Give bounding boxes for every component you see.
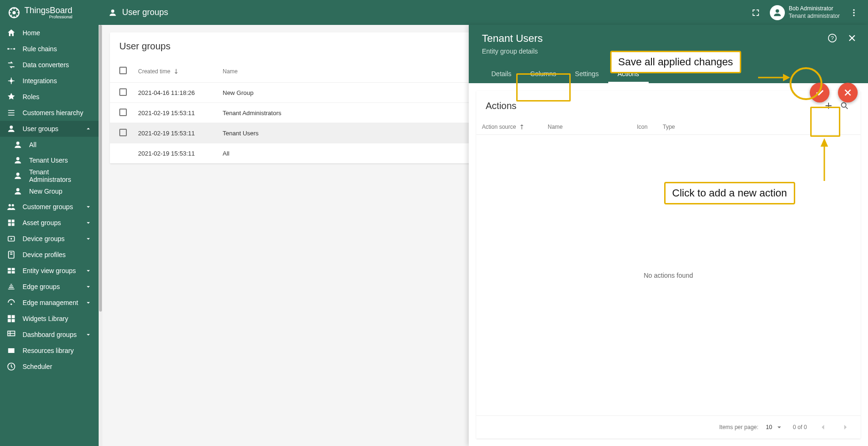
tab-details[interactable]: Details — [482, 64, 521, 83]
sidebar-subitem-tenant-administrators[interactable]: Tenant Administrators — [0, 168, 99, 183]
sidebar-item-label: User groups — [23, 125, 58, 133]
logo[interactable]: ThingsBoard Professional — [8, 6, 99, 19]
sidebar-item-label: Tenant Users — [29, 156, 68, 164]
actions-col-source[interactable]: Action source — [482, 124, 516, 130]
chevron-down-icon — [85, 267, 92, 274]
row-checkbox[interactable] — [119, 109, 127, 116]
usergroups-icon — [108, 8, 117, 17]
svg-point-13 — [16, 172, 20, 176]
fullscreen-button[interactable] — [749, 6, 762, 19]
sidebar-item-label: Asset groups — [23, 219, 61, 227]
sidebar-item-dashboard-groups[interactable]: Dashboard groups — [0, 327, 99, 343]
sidebar-item-customer-groups[interactable]: Customer groups — [0, 199, 99, 215]
chevron-down-icon — [85, 203, 92, 211]
roles-icon — [7, 92, 16, 102]
col-created[interactable]: Created time — [138, 68, 170, 75]
svg-rect-9 — [10, 80, 13, 82]
sidebar-item-label: Edge management — [23, 299, 78, 306]
chevron-up-icon — [85, 125, 92, 133]
sidebar-item-widgets-library[interactable]: Widgets Library — [0, 311, 99, 327]
actions-col-icon[interactable]: Icon — [637, 124, 648, 130]
page-title-wrap: User groups — [108, 8, 168, 17]
svg-point-8 — [14, 48, 15, 49]
svg-point-1 — [13, 11, 16, 14]
kebab-menu[interactable] — [847, 6, 860, 19]
sidebar-item-asset-groups[interactable]: Asset groups — [0, 215, 99, 231]
sidebar-item-label: Resources library — [23, 347, 74, 354]
svg-point-14 — [16, 188, 20, 191]
close-icon — [847, 33, 857, 43]
svg-point-11 — [16, 141, 20, 145]
save-fab[interactable] — [810, 83, 829, 102]
sidebar-item-device-groups[interactable]: Device groups — [0, 231, 99, 247]
customergroups-icon — [7, 202, 16, 211]
svg-point-28 — [10, 304, 12, 305]
sidebar-subitem-new-group[interactable]: New Group — [0, 183, 99, 199]
sidebar-item-entity-view-groups[interactable]: Entity view groups — [0, 263, 99, 279]
svg-rect-25 — [12, 268, 15, 270]
sidebar-item-label: Integrations — [23, 77, 57, 85]
sidebar: HomeRule chainsData convertersIntegratio… — [0, 25, 99, 446]
chevron-down-icon — [85, 283, 92, 290]
sidebar-item-label: Customer groups — [23, 203, 73, 211]
next-page-button[interactable] — [839, 421, 852, 434]
sidebar-item-user-groups[interactable]: User groups — [0, 121, 99, 137]
prev-page-button[interactable] — [816, 421, 829, 434]
row-created: 2021-04-16 11:18:26 — [138, 89, 223, 96]
sidebar-item-resources-library[interactable]: Resources library — [0, 343, 99, 359]
svg-point-4 — [853, 9, 854, 10]
row-checkbox[interactable] — [119, 129, 127, 136]
sidebar-item-label: Customers hierarchy — [23, 109, 83, 117]
close-panel-button[interactable] — [845, 31, 859, 45]
sidebar-subitem-tenant-users[interactable]: Tenant Users — [0, 152, 99, 168]
svg-point-37 — [841, 102, 846, 107]
fullscreen-icon — [751, 8, 760, 17]
sidebar-item-device-profiles[interactable]: Device profiles — [0, 247, 99, 263]
edgemgmt-icon — [7, 298, 16, 307]
sidebar-item-edge-management[interactable]: Edge management — [0, 295, 99, 311]
cancel-fab[interactable] — [838, 83, 858, 102]
svg-rect-31 — [8, 319, 11, 322]
svg-rect-24 — [8, 268, 11, 270]
sidebar-scrollbar[interactable] — [99, 25, 102, 446]
check-icon — [814, 87, 825, 98]
items-per-page-value[interactable]: 10 — [766, 424, 772, 430]
sidebar-item-rule-chains[interactable]: Rule chains — [0, 41, 99, 57]
dropdown-icon[interactable] — [775, 423, 783, 431]
user-menu[interactable]: Bob Administrator Tenant administrator — [770, 5, 840, 20]
row-checkbox[interactable] — [119, 88, 127, 96]
actions-table-header: Action source Name Icon Type — [476, 119, 860, 135]
sidebar-item-edge-groups[interactable]: Edge groups — [0, 279, 99, 295]
sidebar-item-home[interactable]: Home — [0, 25, 99, 41]
sidebar-item-label: Dashboard groups — [23, 331, 77, 338]
actions-title: Actions — [486, 101, 822, 111]
checkbox-all[interactable] — [119, 67, 127, 74]
user-name: Bob Administrator — [789, 5, 840, 13]
person-icon — [13, 156, 23, 165]
col-name[interactable]: Name — [223, 68, 238, 75]
avatar — [770, 5, 785, 20]
entityview-icon — [7, 266, 16, 275]
sidebar-item-label: Widgets Library — [23, 315, 68, 322]
sidebar-item-integrations[interactable]: Integrations — [0, 73, 99, 89]
help-button[interactable]: ? — [826, 31, 839, 45]
sidebar-item-customers-hierarchy[interactable]: Customers hierarchy — [0, 105, 99, 121]
sidebar-item-scheduler[interactable]: Scheduler — [0, 359, 99, 375]
actions-col-name[interactable]: Name — [548, 124, 563, 130]
actions-col-type[interactable]: Type — [663, 124, 675, 130]
person-icon — [13, 171, 23, 180]
sidebar-item-data-converters[interactable]: Data converters — [0, 57, 99, 73]
pagination-range: 0 of 0 — [793, 424, 807, 430]
sort-down-icon — [172, 68, 180, 75]
listing-title: User groups — [119, 41, 170, 52]
thingsboard-logo-icon — [8, 6, 21, 19]
sidebar-item-label: Device groups — [23, 235, 65, 243]
sidebar-item-label: Scheduler — [23, 363, 52, 370]
svg-rect-30 — [12, 315, 15, 319]
tab-columns[interactable]: Columns — [521, 64, 566, 83]
sidebar-item-roles[interactable]: Roles — [0, 89, 99, 105]
deviceprofiles-icon — [7, 250, 16, 259]
close-icon — [843, 88, 852, 97]
tab-settings[interactable]: Settings — [566, 64, 608, 83]
sidebar-subitem-all[interactable]: All — [0, 137, 99, 152]
